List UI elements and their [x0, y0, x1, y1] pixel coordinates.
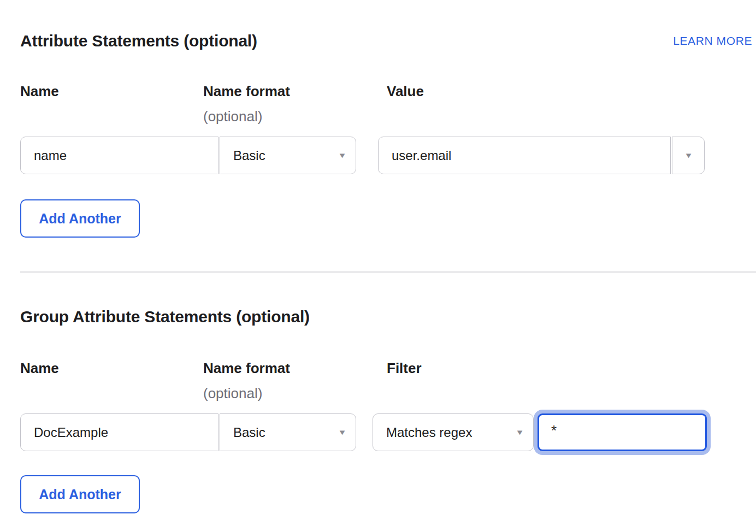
attribute-value-dropdown-button[interactable]: ▼ — [672, 137, 705, 174]
attribute-statement-row: Basic ▼ ▼ — [20, 137, 756, 174]
column-header-name-format: Name format — [203, 360, 387, 376]
column-header-name: Name — [20, 83, 203, 99]
section-divider — [20, 271, 756, 273]
saml-settings-page: Attribute Statements (optional) LEARN MO… — [0, 0, 756, 532]
group-attribute-statements-title: Group Attribute Statements (optional) — [20, 308, 756, 326]
group-name-format-select[interactable]: Basic ▼ — [220, 413, 356, 451]
group-attribute-name-input[interactable] — [20, 413, 218, 451]
learn-more-link[interactable]: LEARN MORE — [673, 33, 752, 49]
attribute-statements-header: Attribute Statements (optional) LEARN MO… — [20, 32, 752, 50]
add-another-group-attribute-button[interactable]: Add Another — [20, 475, 140, 513]
attribute-name-format-group: Basic ▼ — [20, 137, 356, 174]
attribute-value-combobox: ▼ — [378, 137, 705, 174]
dropdown-caret-icon: ▼ — [684, 152, 693, 159]
attribute-value-input[interactable] — [378, 137, 671, 174]
column-header-name-format-hint: (optional) — [203, 108, 387, 125]
dropdown-caret-icon: ▼ — [516, 429, 524, 436]
group-filter-value-input[interactable] — [538, 413, 707, 451]
column-header-filter: Filter — [387, 360, 756, 376]
dropdown-caret-icon: ▼ — [338, 429, 347, 436]
dropdown-caret-icon: ▼ — [338, 152, 347, 159]
add-another-attribute-button[interactable]: Add Another — [20, 199, 140, 238]
column-header-name-format-hint: (optional) — [203, 385, 387, 401]
attribute-name-input[interactable] — [20, 137, 218, 174]
group-attribute-statements-column-headers: Name Name format (optional) Filter — [20, 360, 756, 401]
attribute-name-format-selected: Basic — [233, 148, 265, 163]
group-name-format-selected: Basic — [233, 425, 265, 440]
attribute-statements-column-headers: Name Name format (optional) Value — [20, 83, 756, 125]
column-header-name-format: Name format — [203, 83, 387, 99]
group-filter-type-selected: Matches regex — [386, 425, 472, 440]
column-header-name: Name — [20, 360, 203, 376]
group-attribute-statement-row: Basic ▼ Matches regex ▼ — [20, 413, 756, 451]
column-header-value: Value — [387, 83, 756, 99]
column-header-name-format-wrap: Name format (optional) — [203, 360, 387, 401]
group-name-format-group: Basic ▼ — [20, 413, 356, 451]
attribute-name-format-select[interactable]: Basic ▼ — [220, 137, 356, 174]
column-header-name-format-wrap: Name format (optional) — [203, 83, 387, 125]
group-filter-type-select[interactable]: Matches regex ▼ — [373, 413, 534, 451]
attribute-statements-title: Attribute Statements (optional) — [20, 32, 257, 50]
